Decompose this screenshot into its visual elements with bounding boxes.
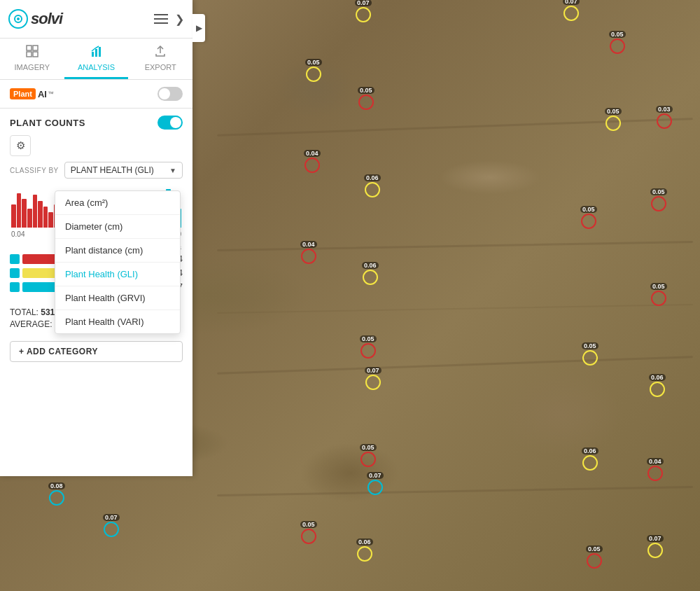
add-category-label: + ADD CATEGORY xyxy=(19,347,98,356)
plant-marker[interactable]: 0.05 xyxy=(605,108,622,131)
dropdown-item-gli[interactable]: Plant Health (GLI) xyxy=(55,263,180,286)
svg-point-1 xyxy=(17,18,20,20)
tab-export[interactable]: EXPORT xyxy=(128,39,192,79)
plant-marker[interactable]: 0.04 xyxy=(304,150,321,173)
plant-circle xyxy=(368,480,383,495)
export-icon xyxy=(153,44,167,62)
plant-marker[interactable]: 0.05 xyxy=(358,87,374,110)
category-indicator xyxy=(10,254,20,264)
plant-marker[interactable]: 0.05 xyxy=(360,335,377,359)
histogram-bar xyxy=(27,209,32,228)
add-category-button[interactable]: + ADD CATEGORY xyxy=(10,341,183,362)
plant-marker[interactable]: 0.05 xyxy=(650,283,667,306)
plant-label: 0.05 xyxy=(586,545,603,552)
plant-marker[interactable]: 0.06 xyxy=(356,538,373,562)
dropdown-item-diameter[interactable]: Diameter (cm) xyxy=(55,215,180,239)
histogram-bar xyxy=(22,199,27,228)
analysis-icon xyxy=(90,44,104,62)
dropdown-item-area[interactable]: Area (cm²) xyxy=(55,191,180,215)
plant-marker[interactable]: 0.05 xyxy=(609,31,626,54)
plant-marker[interactable]: 0.06 xyxy=(364,174,381,197)
plant-circle xyxy=(648,543,663,558)
navigation-tabs: IMAGERY ANALYSIS EXPORT xyxy=(0,39,192,80)
histogram-bar xyxy=(17,193,22,228)
sidebar-collapse-button[interactable]: ▶ xyxy=(192,14,205,42)
collapse-button[interactable]: ❯ xyxy=(175,13,184,26)
plant-circle xyxy=(358,95,374,110)
plant-label: 0.07 xyxy=(367,472,384,479)
svg-rect-2 xyxy=(27,46,31,50)
plant-marker[interactable]: 0.06 xyxy=(362,262,379,285)
plant-marker[interactable]: 0.05 xyxy=(305,59,322,82)
tab-imagery[interactable]: IMAGERY xyxy=(0,39,64,79)
plant-marker[interactable]: 0.05 xyxy=(300,521,317,544)
plant-label: 0.05 xyxy=(582,342,598,349)
plant-marker[interactable]: 0.07 xyxy=(103,514,120,537)
plant-circle xyxy=(606,116,621,131)
plantai-ai-text: AI xyxy=(38,89,47,99)
tab-export-label: EXPORT xyxy=(145,63,176,71)
plant-marker[interactable]: 0.06 xyxy=(582,447,598,471)
plantai-badge: Plant xyxy=(10,88,36,99)
plant-marker[interactable]: 0.04 xyxy=(647,458,664,481)
app-header: solvi ❯ xyxy=(0,0,192,39)
plant-circle xyxy=(301,529,316,544)
plant-marker[interactable]: 0.03 xyxy=(656,106,673,129)
plant-label: 0.06 xyxy=(582,447,598,454)
tab-imagery-label: IMAGERY xyxy=(15,63,50,71)
plant-label: 0.07 xyxy=(365,367,382,374)
plant-label: 0.05 xyxy=(605,108,622,115)
imagery-icon xyxy=(25,44,39,62)
plant-circle xyxy=(104,522,119,537)
classify-row: CLASSIFY BY PLANT HEALTH (GLI) ▼ xyxy=(10,162,183,179)
gear-button[interactable]: ⚙ xyxy=(10,135,31,156)
plant-circle xyxy=(610,39,625,54)
plant-marker[interactable]: 0.05 xyxy=(582,342,598,366)
plant-label: 0.06 xyxy=(356,538,373,545)
plant-circle xyxy=(365,182,380,197)
plant-marker[interactable]: 0.06 xyxy=(649,374,666,397)
dropdown-item-vari[interactable]: Plant Health (VARI) xyxy=(55,310,180,333)
plant-counts-toggle[interactable] xyxy=(158,116,183,130)
svg-rect-5 xyxy=(33,52,38,57)
plant-label: 0.05 xyxy=(650,283,667,290)
plant-marker[interactable]: 0.05 xyxy=(580,206,597,229)
plant-marker[interactable]: 0.05 xyxy=(586,545,603,569)
plant-circle xyxy=(360,452,376,467)
plantai-row: Plant AI ™ xyxy=(0,80,192,109)
hist-min-label: 0.04 xyxy=(11,230,24,238)
plant-label: 0.07 xyxy=(103,514,120,521)
plant-marker[interactable]: 0.08 xyxy=(48,482,65,506)
plant-label: 0.05 xyxy=(580,206,597,213)
tab-analysis[interactable]: ANALYSIS xyxy=(64,39,129,79)
plant-label: 0.07 xyxy=(563,0,580,5)
gear-icon: ⚙ xyxy=(16,139,25,152)
classify-dropdown[interactable]: PLANT HEALTH (GLI) ▼ xyxy=(64,162,183,179)
plant-marker[interactable]: 0.07 xyxy=(647,535,664,558)
plant-marker[interactable]: 0.07 xyxy=(365,367,382,390)
hamburger-menu[interactable] xyxy=(154,14,168,24)
dropdown-item-distance[interactable]: Plant distance (cm) xyxy=(55,239,180,263)
section-header: PLANT COUNTS xyxy=(10,116,183,130)
plant-marker[interactable]: 0.05 xyxy=(650,188,667,211)
section-title: PLANT COUNTS xyxy=(10,118,85,128)
category-indicator xyxy=(10,268,20,278)
logo: solvi xyxy=(8,9,62,29)
plant-label: 0.05 xyxy=(358,87,374,94)
plant-circle xyxy=(581,214,596,229)
dropdown-item-grvi[interactable]: Plant Health (GRVI) xyxy=(55,286,180,310)
svg-rect-6 xyxy=(92,52,94,57)
plant-circle xyxy=(564,6,579,21)
plant-marker[interactable]: 0.04 xyxy=(300,241,317,264)
plantai-tm: ™ xyxy=(48,90,54,97)
plant-marker[interactable]: 0.07 xyxy=(563,0,580,21)
plant-marker[interactable]: 0.07 xyxy=(355,0,372,22)
plant-circle xyxy=(648,466,663,481)
total-label: TOTAL: xyxy=(10,307,38,317)
plant-circle xyxy=(582,455,598,471)
plantai-toggle[interactable] xyxy=(158,87,183,101)
classify-dropdown-value: PLANT HEALTH (GLI) xyxy=(71,165,154,175)
svg-rect-7 xyxy=(95,49,97,57)
plant-marker[interactable]: 0.07 xyxy=(367,472,384,495)
plant-marker[interactable]: 0.05 xyxy=(360,444,377,467)
